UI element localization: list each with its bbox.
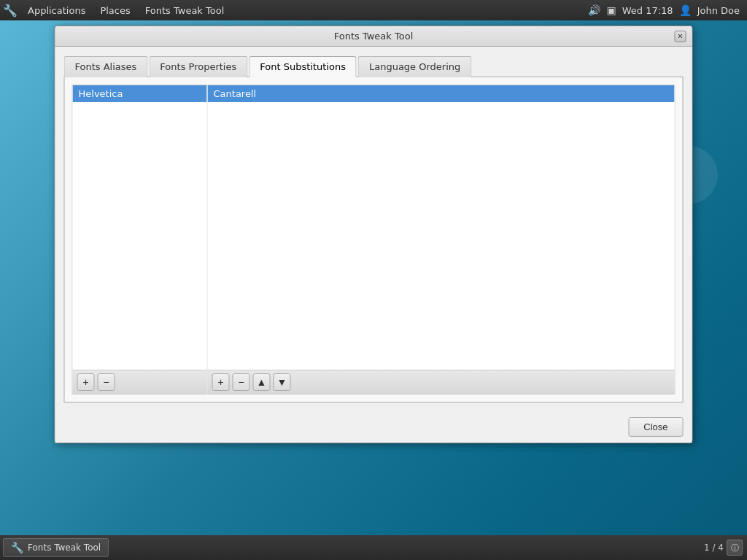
- list-item-helvetica[interactable]: Helvetica: [73, 85, 207, 102]
- taskbar-item-label: Fonts Tweak Tool: [28, 542, 101, 553]
- main-window: Fonts Tweak Tool ✕ Fonts Aliases Fonts P…: [55, 26, 693, 443]
- pager-text: 1 / 4: [704, 542, 724, 553]
- tab-bar: Fonts Aliases Fonts Properties Font Subs…: [64, 55, 684, 77]
- add-font-name-button[interactable]: +: [77, 373, 95, 391]
- move-up-button[interactable]: ▲: [253, 373, 271, 391]
- taskbar-app-icon: 🔧: [11, 542, 23, 553]
- window-content: Fonts Aliases Fonts Properties Font Subs…: [55, 47, 692, 411]
- monitor-icon: ▣: [606, 4, 616, 16]
- taskbar-item-fonts-tweak-tool[interactable]: 🔧 Fonts Tweak Tool: [3, 538, 109, 557]
- window-controls: ✕: [675, 31, 686, 42]
- panel-left: 🔧 Applications Places Fonts Tweak Tool: [0, 0, 231, 20]
- panel-right: 🔊 ▣ Wed 17:18 👤 John Doe: [588, 4, 747, 16]
- window-footer: Close: [55, 411, 692, 443]
- window-titlebar: Fonts Tweak Tool ✕: [55, 26, 692, 47]
- username: John Doe: [697, 5, 740, 16]
- left-pane: Helvetica + −: [73, 85, 208, 394]
- tab-language-ordering[interactable]: Language Ordering: [358, 56, 471, 77]
- window-title: Fonts Tweak Tool: [334, 31, 414, 42]
- remove-font-name-button[interactable]: −: [98, 373, 115, 391]
- add-substitution-button[interactable]: +: [212, 373, 230, 391]
- tab-fonts-properties[interactable]: Fonts Properties: [149, 56, 247, 77]
- window-close-button[interactable]: ✕: [675, 31, 686, 42]
- remove-substitution-button[interactable]: −: [233, 373, 250, 391]
- info-button[interactable]: ⓘ: [727, 540, 743, 556]
- right-list-toolbar: + − ▲ ▼: [208, 370, 675, 394]
- volume-icon: 🔊: [588, 4, 600, 16]
- font-names-list[interactable]: Helvetica: [73, 85, 207, 370]
- tab-fonts-aliases[interactable]: Fonts Aliases: [64, 56, 148, 77]
- bottom-panel: 🔧 Fonts Tweak Tool 1 / 4 ⓘ: [0, 535, 747, 560]
- move-down-button[interactable]: ▼: [274, 373, 291, 391]
- app-icon: 🔧: [0, 0, 20, 20]
- close-button[interactable]: Close: [628, 417, 683, 437]
- tab-font-substitutions[interactable]: Font Substitutions: [249, 56, 357, 77]
- applications-menu[interactable]: Applications: [20, 0, 93, 20]
- substitution-fonts-list[interactable]: Cantarell: [208, 85, 675, 370]
- places-menu[interactable]: Places: [93, 0, 137, 20]
- clock: Wed 17:18: [622, 5, 673, 16]
- app-menu[interactable]: Fonts Tweak Tool: [138, 0, 232, 20]
- top-panel: 🔧 Applications Places Fonts Tweak Tool 🔊…: [0, 0, 747, 20]
- user-icon: 👤: [679, 4, 692, 16]
- list-item-cantarell[interactable]: Cantarell: [208, 85, 675, 102]
- right-pane: Cantarell + − ▲ ▼: [208, 85, 675, 394]
- two-pane-layout: Helvetica + − Cantarell + − ▲: [72, 85, 676, 394]
- tab-content-font-substitutions: Helvetica + − Cantarell + − ▲: [64, 77, 684, 402]
- workspace-pager: 1 / 4 ⓘ: [704, 540, 743, 556]
- left-list-toolbar: + −: [73, 370, 207, 394]
